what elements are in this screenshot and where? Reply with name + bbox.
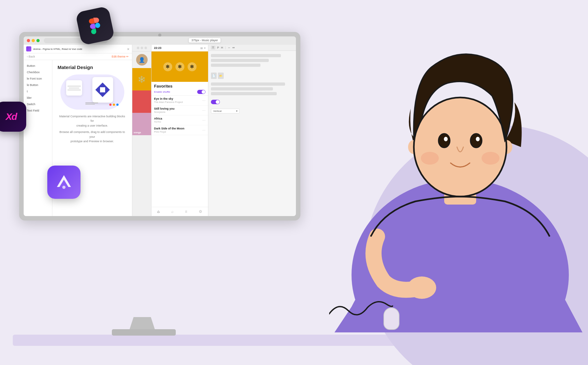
plugin-title-text: Anima - Figma to HTML, React & Vue code xyxy=(33,48,125,50)
xd-floating-icon: Xd xyxy=(0,102,26,132)
svg-point-14 xyxy=(407,276,436,299)
snowflake-1: ❄ xyxy=(163,62,172,71)
music-time: 22:23 xyxy=(154,46,161,50)
sidebar-item-textfield[interactable]: Text Field xyxy=(24,107,52,114)
song-more-4[interactable]: ··· xyxy=(202,128,205,132)
svg-point-8 xyxy=(444,137,448,141)
album-thumb-3[interactable]: songs xyxy=(132,113,151,135)
properties-toolbar: T P H | ↔ ⇔ xyxy=(208,45,296,51)
shuffle-toggle[interactable] xyxy=(197,90,205,94)
song-more-2[interactable]: ··· xyxy=(202,108,205,113)
nav-settings-icon[interactable]: ⚙ xyxy=(199,209,202,214)
nav-search-icon[interactable]: ⌕ xyxy=(171,209,174,214)
plugin-close-button[interactable]: × xyxy=(127,47,129,51)
person-svg xyxy=(320,19,588,332)
dot-yellow xyxy=(113,104,115,106)
traffic-light-green[interactable] xyxy=(36,39,40,42)
file-icon-2[interactable]: 📁 xyxy=(218,73,224,79)
tool-h[interactable]: H xyxy=(221,46,223,49)
svg-point-9 xyxy=(476,137,480,141)
figma-properties-panel: T P H | ↔ ⇔ 📄 📁 xyxy=(208,45,296,216)
favorites-section: Favorites Enable shuffle xyxy=(151,82,208,96)
shuffle-label: Enable shuffle xyxy=(154,90,170,93)
music-player-panel: 22:23 ▤ ▾ ❄ ❄ ❄ Favorites Enable sh xyxy=(151,45,208,216)
plugin-nav: ‹ Back Edit theme ✏ xyxy=(24,53,132,60)
file-icon-1[interactable]: 📄 xyxy=(211,73,217,79)
edit-theme-link[interactable]: Edit theme ✏ xyxy=(112,55,129,58)
tool-distribute[interactable]: ⇔ xyxy=(232,46,235,49)
sidebar-item-le-button[interactable]: le Button xyxy=(24,82,52,88)
illustration-area xyxy=(58,74,127,110)
sidebar-item-font-icon[interactable]: le Font Icon xyxy=(24,75,52,82)
song-title-3: Africa xyxy=(154,117,202,120)
album-thumb-2[interactable] xyxy=(132,90,151,113)
song-item-3[interactable]: Africa TOTO ··· xyxy=(151,115,208,125)
tool-t[interactable]: T xyxy=(211,46,215,50)
prop-bar-2 xyxy=(211,59,269,62)
sidebar-item-switch[interactable]: Switch xyxy=(24,101,52,107)
song-info-2: Still loving you Scorpions xyxy=(154,107,202,113)
back-link[interactable]: ‹ Back xyxy=(27,55,35,58)
song-more-1[interactable]: ··· xyxy=(202,98,205,103)
music-icon-1: ▤ xyxy=(200,47,203,50)
prop-bar-6 xyxy=(211,92,277,95)
song-item-2[interactable]: Still loving you Scorpions ··· xyxy=(151,105,208,115)
song-artist-2: Scorpions xyxy=(154,111,202,113)
monitor-base xyxy=(112,329,176,336)
song-info-1: Eye in the sky The Alan Parsons Project xyxy=(154,97,202,104)
description-text: Material Components are interactive buil… xyxy=(58,114,127,128)
sidebar-item-t[interactable]: t xyxy=(24,88,52,95)
prop-toggle-row xyxy=(211,100,293,104)
toggle-knob xyxy=(202,90,205,94)
flutter-floating-icon xyxy=(47,166,81,199)
tool-align[interactable]: ↔ xyxy=(228,46,230,49)
music-player-header: 22:23 ▤ ▾ xyxy=(151,45,208,51)
description-text-2: Browse all components, drag to add compo… xyxy=(58,130,127,144)
computer-mouse xyxy=(383,307,399,330)
song-item-4[interactable]: Dark Side of the Moon Pink Floyd ··· xyxy=(151,125,208,135)
prop-bar-1 xyxy=(211,54,281,57)
prop-toggle-knob xyxy=(216,100,220,104)
favorites-title: Favorites xyxy=(154,84,205,89)
sidebar-item-checkbox[interactable]: Checkbox xyxy=(24,69,52,75)
prop-bar-3 xyxy=(211,64,260,67)
song-artist-1: The Alan Parsons Project xyxy=(154,101,202,104)
prop-bar-5 xyxy=(211,87,273,90)
shuffle-row: Enable shuffle xyxy=(154,90,205,94)
album-art-main: ❄ ❄ ❄ xyxy=(151,51,208,82)
tool-p[interactable]: P xyxy=(217,46,219,49)
tool-separator-1: | xyxy=(225,46,226,49)
song-artist-3: TOTO xyxy=(154,120,202,123)
code-lines xyxy=(85,103,98,105)
sidebar-item-button[interactable]: Button xyxy=(24,63,52,69)
avatar-thumb: 👤 xyxy=(136,54,148,66)
traffic-light-yellow[interactable] xyxy=(32,39,35,42)
properties-content: 📄 📁 Vertical xyxy=(208,51,296,216)
prop-toggle-switch[interactable] xyxy=(211,100,220,104)
dot-blue xyxy=(116,104,119,106)
prop-bar-4 xyxy=(211,82,285,86)
music-bottom-nav: ⌂ ⌕ ≡ ⚙ xyxy=(151,207,208,216)
traffic-light-red[interactable] xyxy=(27,39,30,42)
song-info-4: Dark Side of the Moon Pink Floyd xyxy=(154,127,202,133)
sidebar-item-lder[interactable]: lder xyxy=(24,95,52,101)
svg-point-11 xyxy=(482,152,499,165)
material-design-title: Material Design xyxy=(58,65,127,70)
nav-home-icon[interactable]: ⌂ xyxy=(157,209,159,214)
anima-logo xyxy=(26,46,31,51)
album-thumb-1[interactable]: ❄️ xyxy=(132,68,151,90)
song-item-1[interactable]: Eye in the sky The Alan Parsons Project … xyxy=(151,96,208,105)
plugin-header: Anima - Figma to HTML, React & Vue code … xyxy=(24,45,132,53)
illustration-bubble xyxy=(60,74,124,110)
song-more-3[interactable]: ··· xyxy=(202,118,205,122)
illus-color-dots xyxy=(109,104,119,106)
nav-library-icon[interactable]: ≡ xyxy=(185,209,187,214)
illus-small-card xyxy=(66,80,82,96)
svg-point-10 xyxy=(421,152,439,165)
diamond-inner xyxy=(100,87,105,92)
vertical-dropdown[interactable]: Vertical ▾ xyxy=(211,109,240,113)
song-title-2: Still loving you xyxy=(154,107,202,110)
song-info-3: Africa TOTO xyxy=(154,117,202,123)
music-icon-2: ▾ xyxy=(204,47,205,50)
rive-logo-icon xyxy=(54,173,74,192)
